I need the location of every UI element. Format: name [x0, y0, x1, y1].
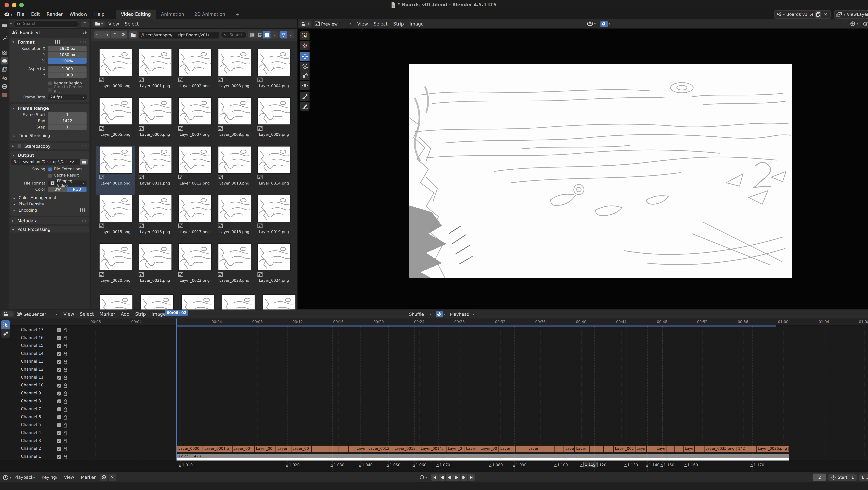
crop-to-render-checkbox[interactable] — [48, 88, 52, 91]
workspace-tab-video-editing[interactable]: Video Editing — [116, 9, 156, 19]
properties-search-input[interactable] — [22, 21, 76, 27]
channel-unlock-icon[interactable] — [63, 399, 68, 404]
timeline-ruler[interactable]: -00:08-00:0400:0400:0800:1200:1600:2000:… — [0, 318, 868, 326]
panel-grip[interactable]: :::: — [81, 144, 87, 148]
tab-output[interactable] — [1, 57, 8, 64]
resolution-y-field[interactable]: 1080 px — [48, 52, 87, 58]
channel-mute-checkbox[interactable]: ✓ — [57, 407, 61, 411]
play-reverse-button[interactable] — [446, 473, 453, 481]
image-strip[interactable]: Layer_0013. — [393, 445, 420, 452]
channel-unlock-icon[interactable] — [63, 327, 68, 332]
channel-mute-checkbox[interactable]: ✓ — [57, 391, 61, 395]
image-strip[interactable]: Layer_0036.png | 8 — [756, 445, 789, 452]
tool-rotate[interactable] — [300, 62, 310, 71]
channel-name[interactable]: Channel 17 — [21, 328, 57, 332]
tab-view-layer[interactable] — [1, 66, 8, 73]
image-strip[interactable] — [666, 445, 675, 452]
file-item[interactable]: Layer_0024.png — [254, 243, 294, 292]
file-item[interactable]: Layer_0011.png — [135, 146, 175, 194]
channel-unlock-icon[interactable] — [63, 367, 68, 372]
preview-menu-strip[interactable]: Strip — [391, 19, 407, 28]
app-menu-help[interactable]: Help — [91, 9, 108, 19]
channel-mute-checkbox[interactable]: ✓ — [57, 367, 61, 371]
channel-unlock-icon[interactable] — [63, 406, 68, 411]
image-strip[interactable] — [694, 445, 704, 452]
channel-name[interactable]: Channel 12 — [21, 367, 57, 372]
jump-to-end-button[interactable] — [468, 473, 474, 481]
channel-unlock-icon[interactable] — [63, 335, 68, 340]
footer-menu-marker[interactable]: Marker — [78, 472, 99, 482]
keying-set-button[interactable] — [100, 474, 107, 481]
playhead[interactable] — [176, 318, 177, 460]
stereoscopy-checkbox[interactable] — [18, 144, 21, 148]
channel-name[interactable]: Channel 5 — [21, 423, 57, 427]
file-item[interactable]: Layer_0017.png — [175, 194, 214, 243]
channel-name[interactable]: Channel 13 — [21, 359, 57, 364]
image-strip[interactable]: Layer_0 — [446, 445, 465, 452]
file-item[interactable]: Layer_0004.png — [254, 49, 294, 97]
preview-menu-view[interactable]: View — [354, 19, 371, 28]
view-list-horizontal-button[interactable] — [256, 31, 263, 38]
file-item[interactable]: Layer_0021.png — [135, 243, 175, 292]
magnet-icon[interactable] — [600, 21, 608, 27]
channel-name[interactable]: Channel 16 — [21, 336, 57, 340]
proportional-editing-dropdown[interactable]: ▾ — [585, 20, 597, 27]
metadata-header[interactable]: ▸Metadata:::: — [10, 217, 89, 224]
open-folder-button[interactable] — [80, 159, 88, 165]
file-item[interactable]: Layer_0014.png — [254, 146, 294, 194]
file-item[interactable]: Layer_0022.png — [175, 243, 214, 292]
channel-name[interactable]: Channel 7 — [21, 407, 57, 411]
nav-up-button[interactable]: ↑ — [111, 31, 119, 38]
view-list-vertical-button[interactable] — [248, 31, 256, 38]
file-item[interactable]: Layer_0020.png — [96, 243, 135, 292]
frame-end-field[interactable]: 1422 — [48, 118, 87, 124]
auto-keying-toggle[interactable]: ▾ — [418, 473, 429, 481]
channel-unlock-icon[interactable] — [63, 454, 68, 459]
file-path-field[interactable]: /Users/vrmbpro/L...ript-Boards/v01/ — [139, 31, 219, 38]
image-strip[interactable]: Layer_00 — [479, 445, 499, 452]
channel-name[interactable]: Channel 10 — [21, 383, 57, 388]
sequencer-menu-add[interactable]: Add — [118, 309, 132, 318]
channel-unlock-icon[interactable] — [63, 359, 68, 364]
current-frame-badge[interactable]: 00:00+02 — [165, 310, 188, 316]
gizmos-toggle[interactable]: ▾ — [848, 20, 860, 27]
channel-unlock-icon[interactable] — [63, 343, 68, 348]
current-frame-field[interactable]: 2 — [813, 473, 826, 481]
image-strip[interactable] — [348, 445, 355, 452]
output-path-field[interactable]: /Users/vrmbpro/Desktop/_Dailies/ — [11, 159, 80, 165]
channel-unlock-icon[interactable] — [63, 351, 68, 356]
channel-name[interactable]: Channel 3 — [21, 438, 57, 443]
file-item[interactable]: Layer_0003.png — [214, 49, 254, 97]
channel-name[interactable]: Channel 11 — [21, 375, 57, 379]
channel-unlock-icon[interactable] — [63, 391, 68, 396]
playhead-snap-dropdown[interactable]: Playhead ▾ — [448, 310, 476, 318]
magnet-icon[interactable] — [436, 311, 443, 317]
frame-start-field[interactable]: Start1 — [829, 473, 857, 481]
preview-menu-image[interactable]: Image — [407, 19, 427, 28]
file-item[interactable]: Layer_0009.png — [254, 97, 294, 146]
time-stretching-header[interactable]: ▸Time Stretching — [10, 132, 89, 139]
render-region-checkbox[interactable] — [48, 81, 52, 85]
aspect-x-field[interactable]: 1.000 — [48, 66, 87, 72]
channel-name[interactable]: Channel 2 — [21, 447, 57, 451]
nav-refresh-button[interactable]: ⟳ — [119, 31, 127, 38]
file-item[interactable]: Layer_0019.png — [254, 194, 294, 243]
clear-keying-set-button[interactable]: ✕ — [109, 474, 116, 481]
panel-grip[interactable]: :::: — [80, 153, 87, 157]
pixel-density-header[interactable]: ▸Pixel Density — [10, 201, 89, 207]
image-strip[interactable] — [311, 445, 320, 452]
tab-scene[interactable] — [1, 74, 8, 82]
image-strip[interactable]: Layer — [464, 445, 479, 452]
file-item[interactable]: Layer_0013.png — [214, 146, 254, 194]
footer-menu-keying[interactable]: Keying ▾ — [38, 472, 61, 482]
channel-unlock-icon[interactable] — [63, 422, 68, 427]
blender-logo-icon[interactable]: ▾ — [3, 12, 12, 17]
image-strip[interactable] — [320, 445, 329, 452]
image-strip[interactable] — [603, 445, 614, 452]
image-strip[interactable]: Laye — [564, 445, 575, 452]
editor-type-sequencer[interactable]: ▾ — [2, 311, 13, 317]
cache-result-checkbox[interactable] — [48, 174, 52, 177]
channel-mute-checkbox[interactable]: ✓ — [57, 360, 61, 364]
channel-mute-checkbox[interactable]: ✓ — [57, 383, 61, 387]
file-item[interactable]: Layer_0002.png — [175, 49, 214, 97]
